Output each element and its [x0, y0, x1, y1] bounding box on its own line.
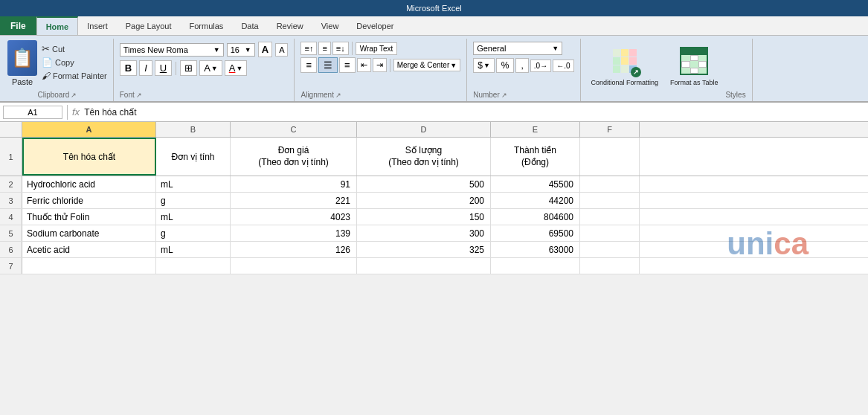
- cut-button[interactable]: ✂ Cut: [42, 43, 107, 54]
- fill-color-button[interactable]: A▼: [199, 60, 222, 76]
- col-header-e[interactable]: E: [491, 122, 580, 137]
- increase-font-button[interactable]: A: [258, 42, 272, 57]
- row-header-3[interactable]: 3: [0, 193, 22, 208]
- col-header-d[interactable]: D: [357, 122, 491, 137]
- cell-e4[interactable]: 804600: [491, 209, 580, 225]
- cell-b2[interactable]: mL: [156, 176, 231, 192]
- clipboard-group: 📋 Paste ✂ Cut 📄 Copy 🖌 Format Painter: [1, 39, 114, 101]
- font-color-button[interactable]: A▼: [225, 60, 248, 76]
- format-as-table-button[interactable]: Format as Table: [666, 42, 722, 90]
- row-header-1[interactable]: 1: [0, 138, 22, 176]
- italic-button[interactable]: I: [139, 60, 152, 76]
- col-header-c[interactable]: C: [231, 122, 357, 137]
- home-tab[interactable]: Home: [36, 16, 79, 35]
- cell-d3[interactable]: 200: [357, 193, 491, 208]
- cell-c1[interactable]: Đơn giá(Theo đơn vị tính): [231, 138, 357, 176]
- align-right-button[interactable]: ≡: [339, 57, 356, 73]
- cell-f4[interactable]: [580, 209, 640, 225]
- cell-c6[interactable]: 126: [231, 242, 357, 257]
- cell-d7[interactable]: [357, 258, 491, 274]
- data-tab[interactable]: Data: [232, 16, 267, 35]
- merge-center-button[interactable]: Merge & Center ▼: [393, 59, 461, 71]
- cell-e3[interactable]: 44200: [491, 193, 580, 208]
- font-size-dropdown[interactable]: 16 ▼: [227, 43, 255, 57]
- paste-button[interactable]: 📋 Paste: [7, 40, 37, 86]
- decrease-decimal-button[interactable]: ←.0: [553, 59, 573, 72]
- cell-d4[interactable]: 150: [357, 209, 491, 225]
- cell-a7[interactable]: [22, 258, 156, 274]
- number-format-dropdown[interactable]: General ▼: [473, 42, 562, 55]
- wrap-text-button[interactable]: Wrap Text: [356, 42, 398, 55]
- cell-f1[interactable]: [580, 138, 640, 176]
- cell-c3[interactable]: 221: [231, 193, 357, 208]
- percent-button[interactable]: %: [496, 58, 515, 73]
- align-top-left-button[interactable]: ≡↑: [300, 42, 317, 55]
- developer-tab[interactable]: Developer: [347, 16, 402, 35]
- cell-e2[interactable]: 45500: [491, 176, 580, 192]
- table-row: 7: [0, 258, 868, 274]
- cell-f2[interactable]: [580, 176, 640, 192]
- cell-e5[interactable]: 69500: [491, 225, 580, 241]
- cell-a5[interactable]: Sodium carbonate: [22, 225, 156, 241]
- border-button[interactable]: ⊞: [180, 60, 197, 76]
- cell-c7[interactable]: [231, 258, 357, 274]
- decrease-indent-button[interactable]: ⇤: [357, 58, 371, 72]
- cell-a4[interactable]: Thuốc thử Folin: [22, 209, 156, 225]
- align-top-right-button[interactable]: ≡↓: [332, 42, 349, 55]
- cell-b6[interactable]: mL: [156, 242, 231, 257]
- formulas-tab[interactable]: Formulas: [181, 16, 233, 35]
- row-header-2[interactable]: 2: [0, 176, 22, 192]
- cell-b5[interactable]: g: [156, 225, 231, 241]
- cell-c5[interactable]: 139: [231, 225, 357, 241]
- increase-decimal-button[interactable]: .0→: [530, 59, 551, 72]
- align-center-button[interactable]: ☰: [318, 57, 338, 73]
- decrease-font-button[interactable]: A: [275, 43, 288, 57]
- col-header-f[interactable]: F: [580, 122, 640, 137]
- cell-f3[interactable]: [580, 193, 640, 208]
- col-header-b[interactable]: B: [156, 122, 231, 137]
- align-top-center-button[interactable]: ≡: [318, 42, 330, 55]
- cell-d6[interactable]: 325: [357, 242, 491, 257]
- cell-c4[interactable]: 4023: [231, 209, 357, 225]
- row-header-7[interactable]: 7: [0, 258, 22, 274]
- review-tab[interactable]: Review: [268, 16, 312, 35]
- view-tab[interactable]: View: [312, 16, 348, 35]
- cell-c2[interactable]: 91: [231, 176, 357, 192]
- cell-b4[interactable]: mL: [156, 209, 231, 225]
- cell-f7[interactable]: [580, 258, 640, 274]
- comma-button[interactable]: ,: [515, 58, 528, 73]
- insert-tab[interactable]: Insert: [78, 16, 117, 35]
- cell-a1[interactable]: Tên hóa chất: [22, 138, 156, 176]
- row-header-5[interactable]: 5: [0, 225, 22, 241]
- format-painter-button[interactable]: 🖌 Format Painter: [42, 71, 107, 81]
- cell-f6[interactable]: [580, 242, 640, 257]
- cell-d2[interactable]: 500: [357, 176, 491, 192]
- cell-reference-box[interactable]: A1: [3, 106, 62, 119]
- cell-b7[interactable]: [156, 258, 231, 274]
- cell-f5[interactable]: [580, 225, 640, 241]
- cell-e7[interactable]: [491, 258, 580, 274]
- cell-e1[interactable]: Thành tiền(Đồng): [491, 138, 580, 176]
- cell-d5[interactable]: 300: [357, 225, 491, 241]
- increase-indent-button[interactable]: ⇥: [373, 58, 387, 72]
- cell-d1[interactable]: Số lượng(Theo đơn vị tính): [357, 138, 491, 176]
- col-header-a[interactable]: A: [22, 122, 156, 137]
- file-tab[interactable]: File: [0, 16, 36, 35]
- dollar-button[interactable]: $ ▼: [473, 58, 495, 73]
- align-left-button[interactable]: ≡: [300, 57, 317, 73]
- row-header-4[interactable]: 4: [0, 209, 22, 225]
- cell-a3[interactable]: Ferric chloride: [22, 193, 156, 208]
- page-layout-tab[interactable]: Page Layout: [117, 16, 181, 35]
- cell-b1[interactable]: Đơn vị tính: [156, 138, 231, 176]
- underline-button[interactable]: U: [155, 60, 172, 76]
- bold-button[interactable]: B: [120, 60, 137, 76]
- copy-button[interactable]: 📄 Copy: [42, 57, 107, 68]
- fx-label: fx: [72, 106, 80, 118]
- conditional-formatting-button[interactable]: ↗ Conditional Formatting: [587, 42, 663, 90]
- font-name-dropdown[interactable]: Times New Roma ▼: [120, 43, 224, 57]
- cell-b3[interactable]: g: [156, 193, 231, 208]
- cell-a2[interactable]: Hydrochloric acid: [22, 176, 156, 192]
- cell-e6[interactable]: 63000: [491, 242, 580, 257]
- row-header-6[interactable]: 6: [0, 242, 22, 257]
- cell-a6[interactable]: Acetic acid: [22, 242, 156, 257]
